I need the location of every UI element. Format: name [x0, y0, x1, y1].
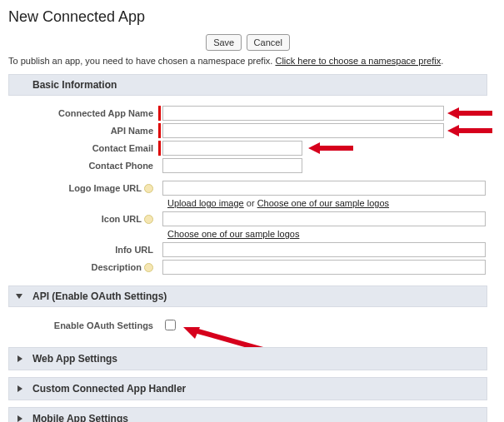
label-enable-oauth: Enable OAuth Settings [8, 320, 158, 330]
label-description: Description [8, 262, 158, 273]
required-indicator-empty [158, 242, 161, 257]
row-icon-url: Icon URL [8, 211, 487, 226]
input-api-name[interactable] [162, 123, 444, 138]
row-api-name: API Name [8, 123, 487, 138]
oauth-body: Enable OAuth Settings [8, 314, 487, 347]
section-handler-title: Custom Connected App Handler [32, 383, 186, 395]
input-logo-image-url[interactable] [162, 181, 486, 196]
page-title: New Connected App [8, 8, 487, 26]
svg-marker-4 [183, 327, 200, 339]
label-logo-image-url: Logo Image URL [8, 183, 158, 194]
row-info-url: Info URL [8, 242, 487, 257]
required-indicator [158, 141, 161, 156]
section-mobile-title: Mobile App Settings [32, 413, 128, 422]
chevron-right-icon [17, 355, 22, 362]
publish-note: To publish an app, you need to have chos… [8, 56, 487, 66]
svg-marker-2 [308, 142, 353, 154]
required-indicator [158, 106, 161, 121]
chevron-down-icon [16, 294, 22, 299]
svg-marker-1 [447, 125, 492, 137]
required-indicator-empty [158, 260, 161, 275]
basic-info-form: Connected App Name API Name Contact Emai… [8, 102, 487, 285]
icon-links-row: Choose one of our sample logos [167, 229, 487, 239]
section-custom-handler[interactable]: Custom Connected App Handler [8, 377, 487, 400]
required-indicator [158, 123, 161, 138]
row-description: Description [8, 260, 487, 275]
annotation-arrow-icon [447, 124, 492, 137]
input-description[interactable] [162, 260, 486, 275]
choose-namespace-link[interactable]: Click here to choose a namespace prefix [275, 56, 441, 66]
required-indicator-empty [158, 211, 161, 226]
row-connected-app-name: Connected App Name [8, 106, 487, 121]
label-icon-url: Icon URL [8, 214, 158, 225]
save-button[interactable]: Save [206, 34, 242, 51]
row-contact-email: Contact Email [8, 141, 487, 156]
label-connected-app-name: Connected App Name [8, 108, 158, 118]
label-contact-email: Contact Email [8, 143, 158, 153]
checkbox-enable-oauth[interactable] [165, 320, 176, 330]
input-icon-url[interactable] [162, 211, 486, 226]
chevron-right-icon [17, 415, 22, 422]
section-web-title: Web App Settings [32, 353, 117, 365]
help-icon[interactable] [144, 263, 153, 272]
row-contact-phone: Contact Phone [8, 158, 487, 173]
chevron-right-icon [17, 385, 22, 392]
choose-sample-logos-link[interactable]: Choose one of our sample logos [257, 198, 389, 208]
required-indicator-empty [158, 181, 161, 196]
section-basic-information: Basic Information [8, 74, 487, 96]
row-logo-image-url: Logo Image URL [8, 181, 487, 196]
label-api-name: API Name [8, 126, 158, 136]
publish-note-tail: . [441, 56, 443, 66]
required-indicator-empty [158, 158, 161, 173]
input-contact-email[interactable] [162, 141, 302, 156]
input-info-url[interactable] [162, 242, 486, 257]
section-mobile-app-settings[interactable]: Mobile App Settings [8, 407, 487, 422]
label-info-url: Info URL [8, 245, 158, 255]
publish-note-text: To publish an app, you need to have chos… [8, 56, 275, 66]
section-basic-title: Basic Information [32, 79, 117, 91]
help-icon[interactable] [144, 215, 153, 224]
logo-links-row: Upload logo image or Choose one of our s… [167, 198, 487, 208]
label-contact-phone: Contact Phone [8, 161, 158, 171]
row-enable-oauth: Enable OAuth Settings [8, 317, 487, 333]
cancel-button[interactable]: Cancel [247, 34, 290, 51]
section-api-oauth[interactable]: API (Enable OAuth Settings) [8, 285, 487, 307]
input-connected-app-name[interactable] [162, 106, 444, 121]
annotation-arrow-icon [308, 141, 353, 155]
section-web-app-settings[interactable]: Web App Settings [8, 347, 487, 370]
or-text: or [244, 198, 257, 208]
help-icon[interactable] [144, 184, 153, 193]
choose-sample-logos-link-2[interactable]: Choose one of our sample logos [167, 229, 299, 239]
section-api-title: API (Enable OAuth Settings) [32, 290, 167, 302]
required-indicator-empty [158, 318, 161, 333]
input-contact-phone[interactable] [162, 158, 302, 173]
action-button-row: Save Cancel [8, 34, 487, 51]
svg-marker-0 [447, 107, 492, 119]
upload-logo-link[interactable]: Upload logo image [167, 198, 244, 208]
annotation-arrow-icon [447, 107, 492, 120]
